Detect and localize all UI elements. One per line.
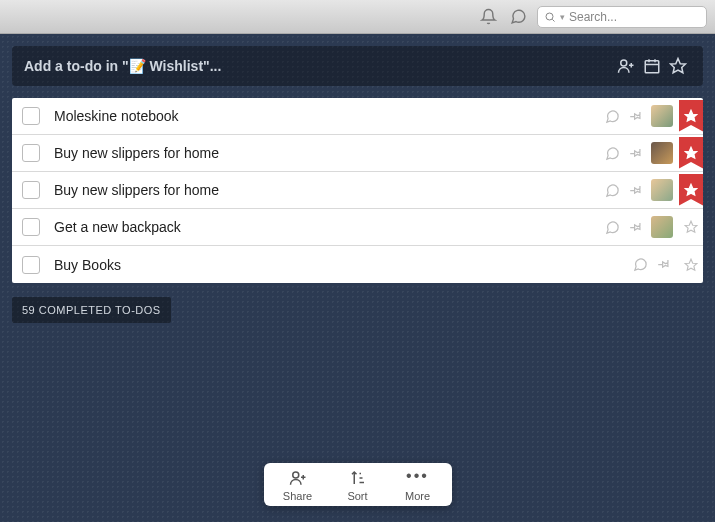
share-icon: [288, 469, 308, 487]
bell-icon[interactable]: [477, 6, 499, 28]
bottom-toolbar: Share Sort ••• More: [264, 463, 452, 506]
todo-row[interactable]: Buy new slippers for home: [12, 172, 703, 209]
pin-icon[interactable]: [628, 109, 643, 124]
svg-marker-14: [685, 259, 697, 270]
comment-icon[interactable]: [605, 146, 620, 161]
chat-icon[interactable]: [507, 6, 529, 28]
pin-icon[interactable]: [628, 146, 643, 161]
add-todo-input[interactable]: Add a to-do in "📝 Wishlist"...: [12, 46, 703, 86]
pin-icon[interactable]: [628, 183, 643, 198]
sort-label: Sort: [347, 490, 367, 502]
star-ribbon[interactable]: [679, 100, 703, 132]
comment-icon[interactable]: [605, 109, 620, 124]
avatar[interactable]: [651, 142, 673, 164]
chevron-down-icon: ▾: [560, 12, 565, 22]
share-label: Share: [283, 490, 312, 502]
todo-row[interactable]: Buy new slippers for home: [12, 135, 703, 172]
add-todo-placeholder: Add a to-do in "📝 Wishlist"...: [24, 58, 221, 74]
avatar[interactable]: [651, 216, 673, 238]
todo-title: Buy Books: [54, 257, 633, 273]
todo-title: Buy new slippers for home: [54, 182, 605, 198]
svg-marker-10: [685, 110, 697, 121]
pin-icon[interactable]: [628, 220, 643, 235]
pin-icon[interactable]: [656, 257, 671, 272]
todo-list: Moleskine notebookBuy new slippers for h…: [12, 98, 703, 283]
top-bar: ▾ Search...: [0, 0, 715, 34]
svg-marker-11: [685, 147, 697, 158]
svg-point-15: [292, 472, 298, 478]
share-button[interactable]: Share: [268, 469, 328, 502]
checkbox[interactable]: [22, 144, 40, 162]
todo-row[interactable]: Get a new backpack: [12, 209, 703, 246]
more-label: More: [405, 490, 430, 502]
checkbox[interactable]: [22, 218, 40, 236]
star-icon[interactable]: [665, 57, 691, 75]
checkbox[interactable]: [22, 256, 40, 274]
search-input[interactable]: ▾ Search...: [537, 6, 707, 28]
more-button[interactable]: ••• More: [388, 469, 448, 502]
todo-title: Moleskine notebook: [54, 108, 605, 124]
avatar[interactable]: [651, 105, 673, 127]
assign-icon[interactable]: [613, 57, 639, 75]
sort-button[interactable]: Sort: [328, 469, 388, 502]
todo-row[interactable]: Buy Books: [12, 246, 703, 283]
svg-rect-5: [645, 61, 659, 73]
star-ribbon[interactable]: [679, 174, 703, 206]
calendar-icon[interactable]: [639, 57, 665, 75]
svg-line-1: [552, 19, 554, 21]
svg-point-0: [546, 13, 553, 20]
star-ribbon[interactable]: [679, 246, 703, 283]
todo-title: Buy new slippers for home: [54, 145, 605, 161]
star-ribbon[interactable]: [679, 137, 703, 169]
checkbox[interactable]: [22, 107, 40, 125]
search-icon: [544, 11, 556, 23]
checkbox[interactable]: [22, 181, 40, 199]
comment-icon[interactable]: [633, 257, 648, 272]
svg-point-2: [621, 60, 627, 66]
search-placeholder: Search...: [569, 10, 617, 24]
svg-marker-13: [685, 221, 697, 232]
svg-marker-12: [685, 184, 697, 195]
main-surface: Add a to-do in "📝 Wishlist"... Moleskine…: [0, 34, 715, 522]
sort-icon: [348, 469, 368, 487]
avatar[interactable]: [651, 179, 673, 201]
comment-icon[interactable]: [605, 183, 620, 198]
comment-icon[interactable]: [605, 220, 620, 235]
more-icon: •••: [406, 469, 429, 487]
star-ribbon[interactable]: [679, 209, 703, 245]
svg-marker-9: [671, 59, 686, 73]
completed-count[interactable]: 59 COMPLETED TO-DOS: [12, 297, 171, 323]
todo-title: Get a new backpack: [54, 219, 605, 235]
todo-row[interactable]: Moleskine notebook: [12, 98, 703, 135]
